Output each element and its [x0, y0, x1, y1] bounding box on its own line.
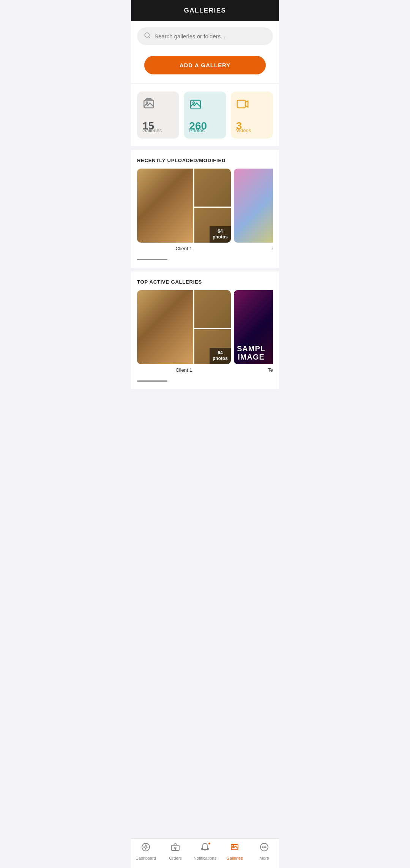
thumb-runners-bottom: 64photos: [194, 208, 231, 243]
recently-gallery-client1[interactable]: 64photos Client 1: [137, 169, 231, 253]
videos-icon: [236, 98, 268, 113]
top-thumb-runners-bottom: 64photos: [194, 329, 231, 364]
top-gallery-client1[interactable]: 64photos Client 1: [137, 290, 231, 374]
stat-card-videos[interactable]: 3 Videos: [231, 92, 273, 139]
recently-title: RECENTLY UPLOADED/MODIFIED: [137, 158, 273, 163]
recently-section: RECENTLY UPLOADED/MODIFIED 64photos Clie…: [131, 150, 279, 268]
search-icon: [144, 32, 151, 41]
gallery-name-client1: Client 1: [137, 246, 231, 251]
search-input[interactable]: [155, 33, 266, 39]
page-header: GALLERIES: [131, 0, 279, 21]
top-scroll-bar-active: [137, 380, 167, 382]
videos-label: Videos: [236, 128, 268, 133]
stats-section: 15 Galleries 260 Photos 3 Videos: [131, 84, 279, 146]
gallery-name-client2: Client 2: [234, 246, 273, 251]
galleries-icon: [142, 98, 174, 113]
top-photo-count-client1: 64photos: [210, 348, 231, 364]
add-gallery-section: ADD A GALLERY: [131, 51, 279, 84]
photos-icon: [189, 98, 221, 113]
recently-scroll-indicator: [137, 257, 273, 265]
thumb-holi-main: [234, 169, 273, 243]
top-thumb-runners-main: [137, 290, 193, 364]
thumb-runners-top: [194, 169, 231, 207]
recently-gallery-client2[interactable]: 20photos Client 2: [234, 169, 273, 253]
recently-gallery-row: 64photos Client 1 20photos Client 2: [137, 169, 273, 257]
svg-rect-8: [237, 100, 245, 108]
sample-text: SAMPLIMAGE: [237, 344, 265, 361]
search-section: [131, 21, 279, 51]
top-gallery-row: 64photos Client 1 SAMPLIMAGE PIVOT: [137, 290, 273, 379]
search-bar[interactable]: [137, 27, 273, 45]
top-thumb-runners-top: [194, 290, 231, 328]
top-gallery-name-test: Test Gallery: [234, 367, 273, 373]
add-gallery-button[interactable]: ADD A GALLERY: [144, 56, 266, 74]
svg-line-1: [148, 36, 150, 38]
top-galleries-section: TOP ACTIVE GALLERIES 64photos Client 1 S…: [131, 271, 279, 389]
thumb-runners-main: [137, 169, 193, 243]
top-thumb-sample-main: SAMPLIMAGE: [234, 290, 273, 364]
top-scroll-indicator: [137, 379, 273, 386]
photo-count-client1: 64photos: [210, 226, 231, 243]
svg-rect-5: [146, 98, 151, 99]
svg-rect-4: [145, 99, 153, 100]
top-gallery-name-client1: Client 1: [137, 367, 231, 373]
top-galleries-title: TOP ACTIVE GALLERIES: [137, 279, 273, 285]
top-gallery-test[interactable]: SAMPLIMAGE PIVOT 3items 2.04 Test Galler…: [234, 290, 273, 374]
galleries-label: Galleries: [142, 128, 174, 133]
header-title: GALLERIES: [184, 7, 226, 14]
stat-card-photos[interactable]: 260 Photos: [184, 92, 226, 139]
svg-point-7: [193, 102, 194, 103]
svg-point-3: [146, 102, 148, 103]
sample-image-overlay: SAMPLIMAGE: [234, 290, 273, 364]
scroll-bar-active: [137, 259, 167, 260]
stat-card-galleries[interactable]: 15 Galleries: [137, 92, 179, 139]
